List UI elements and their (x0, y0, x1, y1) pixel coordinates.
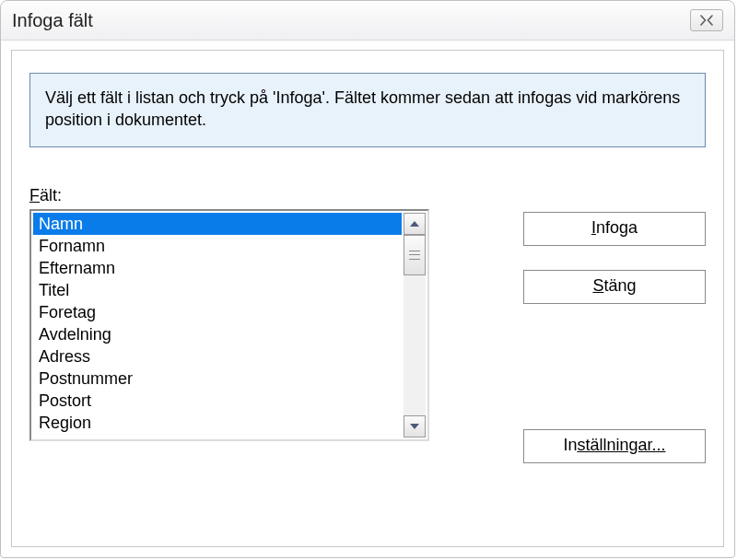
scroll-track[interactable] (404, 235, 426, 415)
close-button[interactable]: Stäng (523, 270, 706, 304)
list-item[interactable]: Namn (33, 213, 402, 235)
list-item[interactable]: Postnummer (33, 368, 402, 390)
list-item[interactable]: Foretag (33, 301, 402, 323)
list-item[interactable]: Fornamn (33, 235, 402, 257)
list-item[interactable]: Efternamn (33, 257, 402, 279)
scroll-grip-icon (409, 251, 420, 260)
chevron-down-icon (410, 424, 419, 429)
close-icon (699, 15, 714, 26)
client-area: Välj ett fält i listan och tryck på 'Inf… (11, 50, 724, 547)
form-area: Fält: NamnFornamnEfternamnTitelForetagAv… (29, 186, 706, 463)
list-item[interactable]: Region (33, 412, 402, 434)
info-text: Välj ett fält i listan och tryck på 'Inf… (45, 88, 680, 129)
scroll-up-button[interactable] (404, 213, 426, 235)
field-column: Fält: NamnFornamnEfternamnTitelForetagAv… (29, 186, 431, 463)
field-listbox[interactable]: NamnFornamnEfternamnTitelForetagAvdelnin… (29, 209, 429, 441)
list-item[interactable]: Avdelning (33, 323, 402, 345)
titlebar: Infoga fält (1, 1, 734, 41)
chevron-up-icon (410, 221, 419, 227)
settings-button[interactable]: Inställningar... (523, 429, 706, 463)
insert-button[interactable]: Infoga (523, 212, 706, 246)
field-label: Fält: (29, 186, 431, 205)
scrollbar[interactable] (404, 213, 426, 438)
dialog-window: Infoga fält Välj ett fält i listan och t… (0, 0, 735, 558)
scroll-thumb[interactable] (404, 235, 426, 275)
scroll-down-button[interactable] (404, 415, 426, 438)
info-box: Välj ett fält i listan och tryck på 'Inf… (29, 73, 706, 147)
window-title: Infoga fält (12, 10, 690, 31)
list-item[interactable]: Titel (33, 279, 402, 301)
window-close-button[interactable] (690, 9, 723, 31)
list-item[interactable]: Postort (33, 390, 402, 412)
list-item[interactable]: Adress (33, 345, 402, 368)
listbox-viewport: NamnFornamnEfternamnTitelForetagAvdelnin… (33, 213, 402, 438)
button-column: Infoga Stäng Inställningar... (523, 186, 706, 463)
